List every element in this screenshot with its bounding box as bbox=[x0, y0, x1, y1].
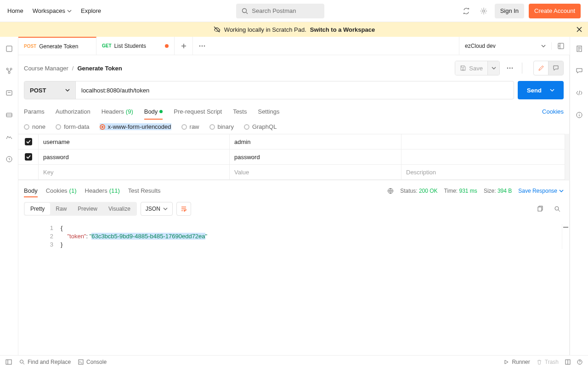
banner-close-icon[interactable] bbox=[576, 26, 582, 33]
copy-icon[interactable] bbox=[533, 202, 546, 215]
environment-select[interactable]: ezCloud dev bbox=[459, 43, 551, 49]
comments-icon[interactable] bbox=[573, 64, 586, 77]
cookies-link[interactable]: Cookies bbox=[542, 108, 564, 115]
nav-explore[interactable]: Explore bbox=[81, 7, 101, 14]
send-button[interactable]: Send bbox=[518, 81, 564, 99]
trash-button[interactable]: Trash bbox=[537, 359, 559, 365]
param-key[interactable]: password bbox=[39, 150, 230, 164]
tab-method: POST bbox=[24, 44, 36, 49]
row-checkbox[interactable] bbox=[18, 165, 39, 179]
console-button[interactable]: Console bbox=[78, 359, 107, 365]
search-icon bbox=[242, 8, 248, 14]
environments-icon[interactable] bbox=[3, 86, 16, 99]
tab-generate-token[interactable]: POST Generate Token bbox=[18, 37, 96, 55]
radio-binary[interactable]: binary bbox=[209, 123, 234, 130]
monitors-icon[interactable] bbox=[3, 131, 16, 144]
resp-tab-tests[interactable]: Test Results bbox=[128, 184, 161, 197]
body-type-radios: none form-data x-www-form-urlencoded raw… bbox=[18, 120, 569, 134]
layout-icon[interactable] bbox=[565, 359, 571, 365]
param-desc[interactable] bbox=[401, 134, 565, 149]
environment-quicklook-icon[interactable] bbox=[551, 42, 570, 50]
resp-tab-headers[interactable]: Headers (11) bbox=[85, 184, 120, 197]
param-desc-placeholder[interactable]: Description bbox=[401, 165, 565, 179]
view-visualize[interactable]: Visualize bbox=[103, 203, 136, 215]
tab-tests[interactable]: Tests bbox=[233, 103, 247, 120]
apis-icon[interactable] bbox=[3, 64, 16, 77]
radio-none[interactable]: none bbox=[24, 123, 45, 130]
tab-list-students[interactable]: GET List Students bbox=[96, 37, 175, 55]
banner-link[interactable]: Switch to a Workspace bbox=[310, 26, 375, 33]
tab-body[interactable]: Body bbox=[144, 103, 163, 120]
format-select[interactable]: JSON bbox=[141, 202, 173, 216]
comment-icon[interactable] bbox=[548, 61, 563, 75]
resp-tab-cookies[interactable]: Cookies (1) bbox=[46, 184, 77, 197]
search-input[interactable]: Search Postman bbox=[236, 4, 324, 18]
nav-workspaces[interactable]: Workspaces bbox=[33, 7, 72, 14]
resp-tab-body[interactable]: Body bbox=[24, 184, 38, 197]
more-actions-icon[interactable] bbox=[503, 62, 516, 75]
tab-params[interactable]: Params bbox=[24, 103, 45, 120]
wrap-lines-button[interactable] bbox=[176, 202, 191, 216]
breadcrumb-parent[interactable]: Course Manager bbox=[24, 65, 68, 72]
sidebar-right bbox=[570, 37, 588, 355]
code-icon[interactable] bbox=[573, 86, 586, 99]
nav-home[interactable]: Home bbox=[7, 7, 23, 14]
globe-icon[interactable] bbox=[387, 188, 394, 194]
param-desc[interactable] bbox=[401, 150, 565, 164]
save-dropdown[interactable] bbox=[487, 61, 499, 75]
row-checkbox[interactable] bbox=[18, 150, 39, 164]
tab-more-icon[interactable] bbox=[193, 37, 211, 55]
code-content[interactable]: { "token": "63c3bcb5-9bd9-4885-b485-1769… bbox=[61, 224, 562, 249]
url-row: POST localhost:8080/auth/token Send bbox=[18, 81, 569, 103]
row-checkbox[interactable] bbox=[18, 134, 39, 149]
tabs-row: POST Generate Token GET List Students ez… bbox=[18, 37, 570, 55]
save-button[interactable]: Save bbox=[455, 61, 487, 75]
tab-authorization[interactable]: Authorization bbox=[56, 103, 90, 120]
help-icon[interactable] bbox=[577, 359, 582, 365]
radio-dot-icon bbox=[209, 124, 215, 130]
radio-form-data[interactable]: form-data bbox=[56, 123, 90, 130]
runner-button[interactable]: Runner bbox=[503, 359, 530, 365]
save-icon bbox=[460, 65, 466, 71]
add-tab-button[interactable] bbox=[175, 37, 193, 55]
param-key[interactable]: username bbox=[39, 134, 230, 149]
tab-prerequest[interactable]: Pre-request Script bbox=[174, 103, 222, 120]
tab-headers-count: (9) bbox=[126, 108, 133, 115]
edit-icon[interactable] bbox=[534, 61, 548, 75]
params-table-wrap: username admin password password Key Val… bbox=[18, 134, 569, 180]
toggle-sidebar-icon[interactable] bbox=[6, 359, 12, 365]
sync-icon[interactable] bbox=[460, 5, 473, 17]
radio-raw[interactable]: raw bbox=[181, 123, 199, 130]
tab-headers[interactable]: Headers (9) bbox=[102, 103, 133, 120]
collections-icon[interactable] bbox=[3, 42, 16, 55]
view-preview[interactable]: Preview bbox=[72, 203, 103, 215]
svg-rect-6 bbox=[6, 91, 12, 95]
info-icon[interactable] bbox=[573, 109, 586, 121]
documentation-icon[interactable] bbox=[573, 42, 586, 55]
search-response-icon[interactable] bbox=[551, 202, 564, 215]
signin-button[interactable]: Sign In bbox=[495, 4, 524, 18]
view-pretty[interactable]: Pretty bbox=[25, 203, 50, 215]
method-select[interactable]: POST bbox=[24, 81, 76, 99]
url-input[interactable]: localhost:8080/auth/token bbox=[76, 81, 514, 99]
param-value-placeholder[interactable]: Value bbox=[230, 165, 401, 179]
tab-headers-label: Headers bbox=[102, 108, 124, 115]
find-replace-button[interactable]: Find and Replace bbox=[19, 359, 71, 365]
param-value[interactable]: admin bbox=[230, 134, 401, 149]
view-raw[interactable]: Raw bbox=[50, 203, 72, 215]
radio-xwww[interactable]: x-www-form-urlencoded bbox=[100, 123, 171, 130]
radio-graphql[interactable]: GraphQL bbox=[244, 123, 277, 130]
param-key-placeholder[interactable]: Key bbox=[39, 165, 230, 179]
create-account-button[interactable]: Create Account bbox=[529, 4, 581, 18]
code-line: "token": "63c3bcb5-9bd9-4885-b485-17690e… bbox=[61, 232, 562, 241]
breadcrumb-current: Generate Token bbox=[77, 65, 122, 72]
tab-settings[interactable]: Settings bbox=[258, 103, 279, 120]
chevron-down-icon bbox=[67, 9, 72, 13]
settings-icon[interactable] bbox=[477, 5, 490, 17]
minimap[interactable] bbox=[562, 224, 569, 249]
param-value[interactable]: password bbox=[230, 150, 401, 164]
scrollbar[interactable] bbox=[565, 134, 569, 180]
history-icon[interactable] bbox=[3, 153, 16, 166]
save-response-button[interactable]: Save Response bbox=[518, 188, 564, 194]
mock-icon[interactable] bbox=[3, 109, 16, 121]
